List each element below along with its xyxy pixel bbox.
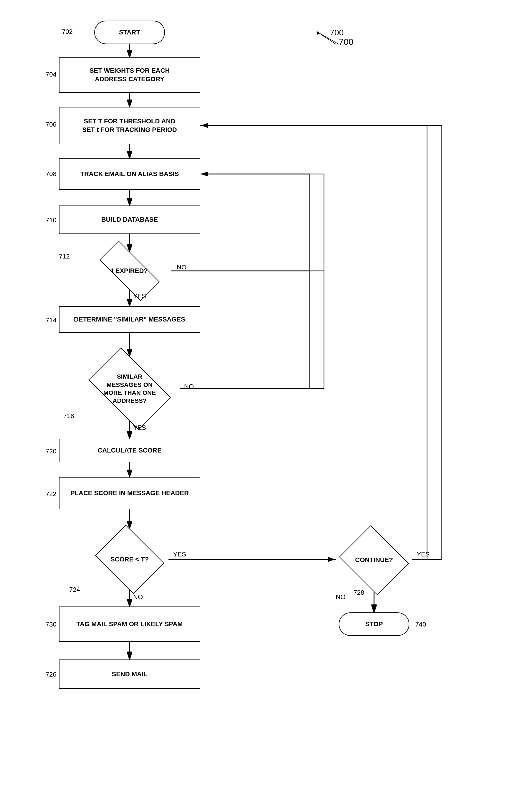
yes-label-728: YES: [417, 551, 430, 558]
node-id-740: 740: [415, 621, 426, 628]
diamond-718: SIMILAR MESSAGES ON MORE THAN ONE ADDRES…: [80, 356, 180, 421]
node-id-720: 720: [46, 447, 56, 455]
node-id-714: 714: [46, 317, 56, 324]
no-label-718: NO: [184, 383, 194, 390]
diagram-title-label: 700: [339, 37, 354, 47]
node-714: DETERMINE "SIMILAR" MESSAGES: [59, 306, 200, 333]
svg-marker-16: [317, 31, 320, 35]
yes-label-712: YES: [133, 292, 146, 300]
node-730: TAG MAIL SPAM OR LIKELY SPAM: [59, 606, 200, 642]
node-726: SEND MAIL: [59, 659, 200, 689]
svg-line-15: [318, 32, 336, 44]
node-722: PLACE SCORE IN MESSAGE HEADER: [59, 477, 200, 509]
node-id-708: 708: [46, 170, 56, 178]
node-id-724: 724: [69, 586, 80, 594]
yes-label-724: YES: [173, 551, 186, 558]
node-id-722: 722: [46, 490, 56, 498]
node-708: TRACK EMAIL ON ALIAS BASIS: [59, 158, 200, 190]
flowchart-diagram: 700 START 702 SET WEIGHTS FOR EACH ADDRE…: [0, 0, 521, 812]
diamond-724: SCORE < T?: [91, 529, 168, 590]
diamond-728: CONTINUE?: [336, 529, 412, 592]
node-id-702: 702: [62, 28, 73, 36]
node-706: SET T FOR THRESHOLD AND SET t FOR TRACKI…: [59, 107, 200, 144]
node-id-730: 730: [46, 621, 56, 628]
node-id-726: 726: [46, 671, 56, 678]
diamond-712: t EXPIRED?: [88, 252, 171, 290]
no-label-724: NO: [133, 593, 143, 601]
node-id-704: 704: [46, 71, 56, 78]
yes-label-718: YES: [133, 424, 146, 432]
node-720: CALCULATE SCORE: [59, 439, 200, 462]
node-id-706: 706: [46, 121, 56, 129]
no-label-728: NO: [336, 593, 345, 601]
node-710: BUILD DATABASE: [59, 206, 200, 234]
stop-node: STOP: [339, 612, 409, 636]
node-id-712: 712: [59, 253, 70, 260]
start-node: START: [94, 21, 165, 44]
node-id-710: 710: [46, 216, 56, 224]
node-704: SET WEIGHTS FOR EACH ADDRESS CATEGORY: [59, 57, 200, 93]
no-label-712: NO: [177, 263, 186, 271]
node-id-718: 718: [63, 412, 74, 420]
